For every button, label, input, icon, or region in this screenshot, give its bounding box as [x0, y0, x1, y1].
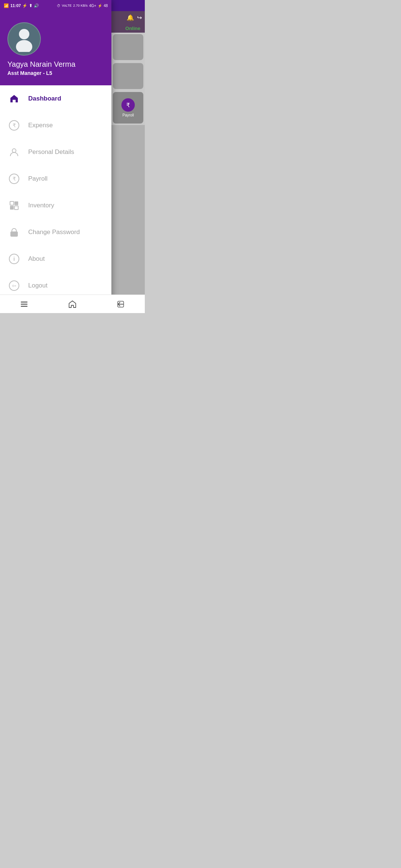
about-icon: i — [7, 252, 21, 266]
svg-rect-3 — [10, 201, 14, 205]
drawer-header: Yagya Narain Verma Asst Manager - L5 — [0, 11, 111, 85]
logout-menu-icon: ⇦ — [7, 279, 21, 292]
svg-rect-6 — [14, 206, 18, 210]
payroll-menu-icon: ₹ — [7, 172, 21, 185]
home-button[interactable] — [65, 297, 80, 312]
status-bar: 📶 11:07 ⚡ ⬆ 🔊 ⏱ VoLTE 2.70 KB/s 4G+ ⚡ 48 — [0, 0, 111, 11]
right-panel: 🔔 ↪ Online ₹ Payroll ved. — [111, 0, 145, 313]
logout-label: Logout — [28, 282, 48, 289]
payroll-icon: ₹ — [121, 98, 135, 112]
expense-icon: ₹ — [7, 119, 21, 132]
personal-details-label: Personal Details — [28, 148, 74, 156]
battery-icon: ⚡ — [98, 4, 102, 8]
menu-item-personal-details[interactable]: Personal Details — [0, 139, 111, 165]
dashboard-icon — [7, 92, 21, 105]
signal-icon: 📶 — [4, 3, 9, 8]
avatar-svg — [11, 26, 37, 52]
battery-level: 48 — [104, 4, 108, 8]
menu-list: Dashboard ₹ Expense Personal Details — [0, 85, 111, 295]
dashboard-label: Dashboard — [28, 95, 61, 102]
status-right: ⏱ VoLTE 2.70 KB/s 4G+ ⚡ 48 — [57, 4, 108, 8]
svg-rect-9 — [21, 306, 27, 307]
personal-details-icon — [7, 145, 21, 159]
usb2-icon: ⬆ — [29, 3, 32, 8]
online-status: Online — [114, 26, 143, 31]
right-card-1 — [113, 34, 143, 60]
change-password-icon — [7, 226, 21, 239]
svg-point-1 — [16, 40, 32, 52]
user-avatar — [7, 22, 41, 56]
network-icon: 4G+ — [89, 4, 96, 8]
svg-rect-4 — [14, 201, 18, 205]
menu-item-payroll[interactable]: ₹ Payroll — [0, 165, 111, 192]
clock-icon: ⏱ — [57, 4, 61, 8]
volte-icon: VoLTE — [62, 4, 72, 7]
menu-item-expense[interactable]: ₹ Expense — [0, 112, 111, 139]
back-button[interactable] — [113, 297, 128, 312]
status-left: 📶 11:07 ⚡ ⬆ 🔊 — [4, 3, 39, 8]
menu-item-change-password[interactable]: Change Password — [0, 219, 111, 246]
payroll-card[interactable]: ₹ Payroll — [113, 92, 143, 124]
svg-rect-5 — [10, 206, 14, 210]
menu-button[interactable] — [17, 297, 32, 312]
about-label: About — [28, 255, 45, 263]
svg-rect-7 — [21, 302, 27, 303]
time-display: 11:07 — [10, 3, 21, 8]
inventory-icon — [7, 199, 21, 212]
svg-point-2 — [12, 149, 16, 152]
svg-point-0 — [19, 29, 29, 39]
user-role: Asst Manager - L5 — [7, 70, 52, 76]
sound-icon: 🔊 — [34, 3, 39, 8]
menu-item-logout[interactable]: ⇦ Logout — [0, 272, 111, 295]
menu-item-about[interactable]: i About — [0, 246, 111, 272]
svg-rect-8 — [21, 303, 27, 305]
right-card-2 — [113, 63, 143, 89]
logout-icon[interactable]: ↪ — [137, 14, 142, 21]
expense-label: Expense — [28, 122, 53, 129]
usb-icon: ⚡ — [22, 3, 27, 8]
user-name: Yagya Narain Verma — [7, 60, 75, 69]
payroll-label: Payroll — [123, 113, 134, 117]
menu-item-dashboard[interactable]: Dashboard — [0, 85, 111, 112]
notification-icon[interactable]: 🔔 — [127, 14, 134, 21]
change-password-label: Change Password — [28, 228, 80, 236]
inventory-label: Inventory — [28, 202, 54, 209]
right-status-bar — [111, 0, 145, 11]
menu-item-inventory[interactable]: Inventory — [0, 192, 111, 219]
payroll-label: Payroll — [28, 175, 48, 183]
navigation-drawer: 📶 11:07 ⚡ ⬆ 🔊 ⏱ VoLTE 2.70 KB/s 4G+ ⚡ 48 — [0, 0, 111, 313]
screen: 🔔 ↪ Online ₹ Payroll ved. 📶 11:07 ⚡ ⬆ 🔊 — [0, 0, 145, 313]
bottom-navigation — [0, 295, 145, 313]
speed-text: 2.70 KB/s — [73, 4, 88, 7]
